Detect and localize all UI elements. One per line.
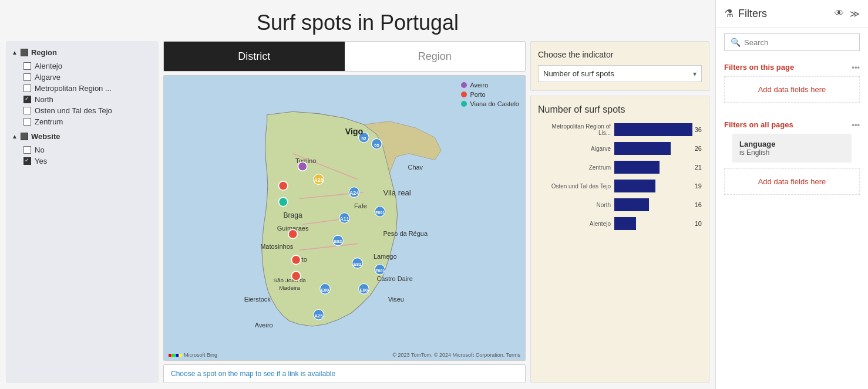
map-container[interactable]: A28 A24 A11 E82 E82 E80 E80 E801 xyxy=(163,75,526,361)
region-group-icon xyxy=(21,49,28,56)
svg-text:Lamego: Lamego xyxy=(374,253,397,260)
website-group-header[interactable]: ▲ Website xyxy=(12,132,153,141)
bing-logo xyxy=(169,354,182,357)
filters-all-pages-label: Filters on all pages xyxy=(724,120,793,129)
indicator-dropdown-arrow[interactable]: ▾ xyxy=(693,70,697,78)
label-algarve: Algarve xyxy=(35,73,60,82)
legend-dot-porto xyxy=(461,92,467,97)
legend-label-viana: Viana do Castelo xyxy=(470,100,519,107)
filters-eye-icon[interactable]: 👁 xyxy=(835,8,844,19)
svg-text:Chav: Chav xyxy=(408,164,423,171)
svg-text:Fafe: Fafe xyxy=(354,202,367,209)
bars-container: Metropolitan Region of Lis... 36 Algarve… xyxy=(538,123,702,230)
checkbox-yes[interactable] xyxy=(23,157,31,165)
bar-fill-2 xyxy=(614,161,660,174)
filter-metro[interactable]: Metropolitan Region ... xyxy=(12,83,153,94)
checkbox-osten[interactable] xyxy=(23,107,31,114)
indicator-select[interactable]: Number of surf spots ▾ xyxy=(538,65,702,82)
view-toggle[interactable]: District Region xyxy=(163,41,526,72)
filter-no[interactable]: No xyxy=(12,144,153,155)
language-filter-title: Language xyxy=(739,140,845,148)
label-north: North xyxy=(35,95,53,104)
legend-dot-viana xyxy=(461,101,467,107)
svg-text:Peso da Régua: Peso da Régua xyxy=(383,230,428,237)
filters-expand-icon[interactable]: ≫ xyxy=(850,8,860,19)
checkbox-metro[interactable] xyxy=(23,84,31,92)
filter-zentrum[interactable]: Zentrum xyxy=(12,116,153,127)
checkbox-zentrum[interactable] xyxy=(23,118,31,126)
filter-yes[interactable]: Yes xyxy=(12,155,153,167)
region-filter-group: ▲ Region Alentejo Algarve Metropolitan R… xyxy=(12,48,153,127)
chart-box: Number of surf spots Metropolitan Region… xyxy=(530,96,709,383)
filters-title-text: Filters xyxy=(738,8,767,20)
search-box[interactable]: 🔍 xyxy=(724,33,860,51)
bar-value-1: 26 xyxy=(695,145,702,152)
filter-north[interactable]: North xyxy=(12,94,153,105)
filters-title: ⚗ Filters xyxy=(724,7,767,20)
filters-on-all-pages-section: Filters on all pages ••• Language is Eng… xyxy=(716,114,868,207)
bar-label-3: Osten und Tal des Tejo xyxy=(538,183,614,190)
svg-point-49 xyxy=(288,229,297,238)
bar-row-3: Osten und Tal des Tejo 19 xyxy=(538,180,702,192)
svg-text:Viseu: Viseu xyxy=(388,296,404,303)
filters-on-page-more[interactable]: ••• xyxy=(852,63,860,72)
svg-text:Vila real: Vila real xyxy=(383,188,411,197)
legend-label-porto: Porto xyxy=(470,91,485,98)
filter-alentejo[interactable]: Alentejo xyxy=(12,60,153,72)
label-alentejo: Alentejo xyxy=(35,62,62,70)
map-attribution-right: © 2023 TomTom, © 2024 Microsoft Corporat… xyxy=(392,352,520,358)
svg-text:Castro Daire: Castro Daire xyxy=(376,275,413,282)
website-filter-group: ▲ Website No Yes xyxy=(12,132,153,167)
bar-value-5: 10 xyxy=(695,220,702,227)
bar-track-0 xyxy=(614,123,692,136)
chart-title: Number of surf spots xyxy=(538,104,702,115)
filter-funnel-icon: ⚗ xyxy=(724,7,734,20)
svg-text:Eierstock: Eierstock xyxy=(244,296,271,303)
page-title: Surf spots in Portugal xyxy=(0,11,715,35)
collapse-region-arrow[interactable]: ▲ xyxy=(12,49,18,56)
svg-text:Vigo: Vigo xyxy=(345,127,364,136)
region-group-header[interactable]: ▲ Region xyxy=(12,48,153,57)
legend-dot-aveiro xyxy=(461,82,467,88)
svg-text:A28: A28 xyxy=(314,177,324,183)
map-legend: Aveiro Porto Viana do Castelo xyxy=(461,82,519,107)
filter-algarve[interactable]: Algarve xyxy=(12,72,153,83)
region-tab[interactable]: Region xyxy=(345,42,526,71)
collapse-website-arrow[interactable]: ▲ xyxy=(12,133,18,140)
bar-fill-0 xyxy=(614,123,692,136)
checkbox-algarve[interactable] xyxy=(23,73,31,81)
search-input[interactable] xyxy=(744,38,853,47)
checkbox-alentejo[interactable] xyxy=(23,62,31,70)
website-group-icon xyxy=(21,133,28,140)
legend-porto: Porto xyxy=(461,91,519,98)
svg-text:Braga: Braga xyxy=(284,212,303,220)
filters-on-page-label: Filters on this page xyxy=(724,63,794,72)
filters-panel: ⚗ Filters 👁 ≫ 🔍 Filters on this page •••… xyxy=(715,0,868,389)
bar-track-4 xyxy=(614,198,692,211)
svg-point-51 xyxy=(291,272,300,280)
bar-row-5: Alentejo 10 xyxy=(538,217,702,230)
indicator-label: Choose the indicator xyxy=(538,50,702,59)
sidebar-filters: ▲ Region Alentejo Algarve Metropolitan R… xyxy=(6,41,159,383)
district-tab[interactable]: District xyxy=(164,42,345,71)
svg-text:E82: E82 xyxy=(354,262,362,267)
bar-value-2: 21 xyxy=(695,164,702,171)
svg-text:A25: A25 xyxy=(315,313,324,319)
bar-track-3 xyxy=(614,180,692,192)
filter-osten[interactable]: Osten und Tal des Tejo xyxy=(12,105,153,116)
svg-point-48 xyxy=(278,197,287,206)
map-info-bar: Choose a spot on the map to see if a lin… xyxy=(163,364,526,383)
language-filter[interactable]: Language is English xyxy=(732,134,852,163)
add-data-page: Add data fields here xyxy=(724,76,860,103)
bar-track-1 xyxy=(614,142,692,155)
svg-text:E82: E82 xyxy=(334,239,342,244)
filters-all-pages-more[interactable]: ••• xyxy=(852,120,860,129)
region-group-label: Region xyxy=(31,48,57,57)
checkbox-north[interactable] xyxy=(23,96,31,103)
filters-all-pages-title: Filters on all pages ••• xyxy=(724,120,860,129)
bar-row-4: North 16 xyxy=(538,198,702,211)
bar-label-1: Algarve xyxy=(538,146,614,152)
checkbox-no[interactable] xyxy=(23,146,31,154)
bar-fill-4 xyxy=(614,198,649,211)
language-filter-value: is English xyxy=(739,148,845,157)
